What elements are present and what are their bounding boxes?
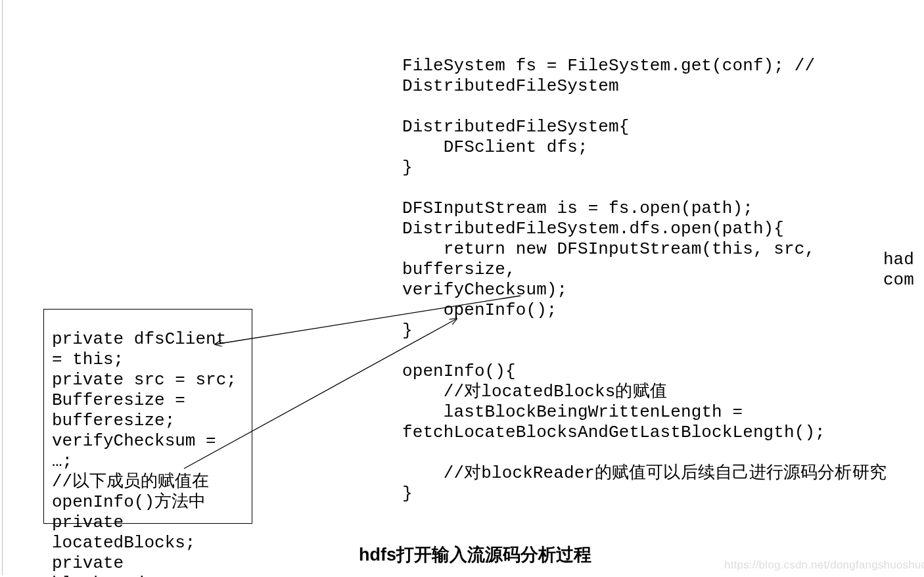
- watermark-text: https://blog.csdn.net/dongfangshuoshuo: [724, 559, 924, 572]
- diagram-title: hdfs打开输入流源码分析过程: [359, 543, 591, 566]
- cutoff-text-top: had: [883, 250, 914, 270]
- box-code-block: private dfsClient = this; private src = …: [43, 309, 252, 524]
- cutoff-text-bottom: com: [883, 270, 914, 290]
- diagram-canvas: FileSystem fs = FileSystem.get(conf); //…: [2, 0, 922, 575]
- main-code-block: FileSystem fs = FileSystem.get(conf); //…: [402, 56, 921, 504]
